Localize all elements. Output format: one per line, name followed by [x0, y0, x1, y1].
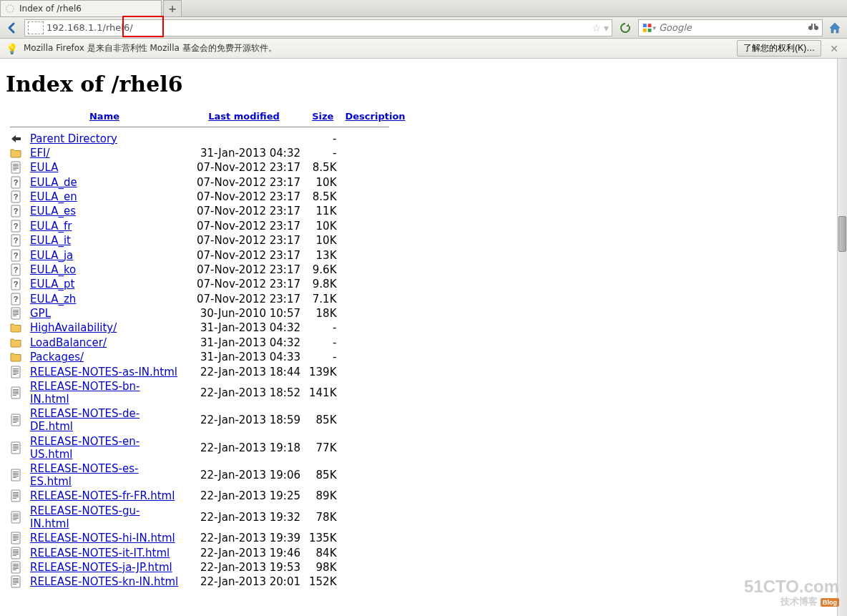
- file-modified: 07-Nov-2012 23:17: [183, 204, 305, 218]
- file-link[interactable]: EULA_it: [30, 234, 71, 247]
- file-size: 84K: [305, 545, 341, 559]
- file-link[interactable]: RELEASE-NOTES-de-DE.html: [30, 407, 139, 433]
- url-history-dropdown-icon[interactable]: ▾: [604, 22, 609, 34]
- file-link[interactable]: RELEASE-NOTES-en-US.html: [30, 435, 139, 461]
- table-row: EULA_de07-Nov-2012 23:1710K: [6, 175, 410, 190]
- file-link[interactable]: EULA_zh: [30, 293, 76, 305]
- table-row: EULA_es07-Nov-2012 23:1711K: [6, 204, 410, 218]
- vertical-scrollbar[interactable]: [837, 59, 847, 616]
- watermark-top: 51CTO.com: [744, 577, 839, 597]
- table-row: RELEASE-NOTES-bn-IN.html22-Jan-2013 18:5…: [6, 379, 410, 406]
- file-link[interactable]: EFI/: [30, 147, 50, 160]
- file-modified: 31-Jan-2013 04:32: [183, 321, 305, 335]
- file-link[interactable]: EULA_es: [30, 205, 76, 217]
- file-link[interactable]: RELEASE-NOTES-fr-FR.html: [30, 489, 175, 502]
- close-infobar-icon[interactable]: ✕: [827, 43, 841, 54]
- file-modified: 22-Jan-2013 19:06: [183, 461, 305, 489]
- file-link[interactable]: EULA_pt: [30, 278, 74, 290]
- reload-button[interactable]: [617, 19, 634, 36]
- file-link[interactable]: Packages/: [30, 351, 84, 363]
- svg-rect-20: [814, 24, 816, 26]
- file-size: 152K: [305, 575, 341, 589]
- watermark-bottom: 技术博客Blog: [744, 595, 839, 608]
- col-name[interactable]: Name: [89, 111, 119, 122]
- search-bar[interactable]: ▾: [638, 19, 823, 36]
- file-size: 89K: [305, 489, 341, 503]
- file-size: 8.5K: [305, 160, 341, 175]
- know-your-rights-button[interactable]: 了解您的权利(K)…: [737, 40, 821, 57]
- file-link[interactable]: RELEASE-NOTES-bn-IN.html: [30, 380, 139, 406]
- file-modified: 07-Nov-2012 23:17: [183, 277, 305, 291]
- file-modified: 31-Jan-2013 04:32: [183, 336, 305, 350]
- bookmark-star-icon[interactable]: ☆: [592, 22, 601, 34]
- col-modified[interactable]: Last modified: [208, 111, 280, 122]
- search-engine-icon[interactable]: ▾: [642, 22, 656, 34]
- file-size: 10K: [305, 175, 341, 190]
- svg-rect-13: [643, 24, 647, 27]
- table-row: EULA_ko07-Nov-2012 23:179.6K: [6, 263, 410, 277]
- infobar-message: Mozilla Firefox 是来自非营利性 Mozilla 基金会的免费开源…: [24, 42, 277, 54]
- file-size: 77K: [305, 434, 341, 461]
- table-row: RELEASE-NOTES-as-IN.html22-Jan-2013 18:4…: [6, 364, 410, 378]
- home-button[interactable]: [827, 20, 843, 36]
- svg-rect-19: [811, 24, 813, 26]
- file-link[interactable]: Parent Directory: [30, 132, 117, 145]
- search-input[interactable]: [659, 22, 805, 33]
- page-content: Index of /rhel6 Name Last modified Size …: [0, 59, 837, 616]
- file-link[interactable]: HighAvailability/: [30, 321, 117, 334]
- col-size[interactable]: Size: [312, 111, 333, 122]
- back-icon: [10, 132, 21, 145]
- file-size: 10K: [305, 219, 341, 233]
- table-row: RELEASE-NOTES-kn-IN.html22-Jan-2013 20:0…: [6, 575, 410, 589]
- col-desc[interactable]: Description: [345, 111, 405, 122]
- scrollbar-thumb[interactable]: [838, 216, 846, 252]
- file-link[interactable]: RELEASE-NOTES-ja-JP.html: [30, 561, 172, 574]
- table-row: EULA_it07-Nov-2012 23:1710K: [6, 233, 410, 248]
- unknown-icon: [10, 293, 21, 305]
- url-bar[interactable]: ☆ ▾: [24, 19, 612, 36]
- file-link[interactable]: EULA: [30, 161, 58, 174]
- file-link[interactable]: EULA_ja: [30, 249, 73, 262]
- table-row: LoadBalancer/31-Jan-2013 04:32-: [6, 336, 410, 350]
- text-icon: [10, 366, 21, 378]
- file-link[interactable]: RELEASE-NOTES-kn-IN.html: [30, 575, 178, 588]
- identity-icon[interactable]: [28, 21, 44, 34]
- file-link[interactable]: RELEASE-NOTES-gu-IN.html: [30, 504, 139, 530]
- file-link[interactable]: EULA_fr: [30, 220, 72, 233]
- text-icon: [10, 414, 21, 426]
- nav-bar: ☆ ▾ ▾: [0, 17, 847, 39]
- file-modified: 07-Nov-2012 23:17: [183, 219, 305, 233]
- search-go-icon[interactable]: [808, 22, 819, 33]
- file-link[interactable]: EULA_ko: [30, 263, 76, 276]
- file-link[interactable]: EULA_de: [30, 176, 77, 189]
- table-row: Packages/31-Jan-2013 04:33-: [6, 350, 410, 364]
- table-row: EULA_ja07-Nov-2012 23:1713K: [6, 248, 410, 262]
- text-icon: [10, 532, 21, 544]
- file-link[interactable]: RELEASE-NOTES-es-ES.html: [30, 462, 138, 488]
- file-size: 85K: [305, 461, 341, 489]
- table-row: RELEASE-NOTES-it-IT.html22-Jan-2013 19:4…: [6, 545, 410, 559]
- browser-tab[interactable]: Index of /rhel6: [0, 0, 162, 16]
- file-size: 18K: [305, 306, 341, 321]
- file-modified: [183, 131, 305, 145]
- file-link[interactable]: LoadBalancer/: [30, 336, 107, 349]
- lightbulb-icon: 💡: [6, 43, 18, 54]
- file-size: 10K: [305, 233, 341, 248]
- new-tab-button[interactable]: +: [163, 0, 182, 16]
- url-input[interactable]: [46, 22, 589, 33]
- file-size: 85K: [305, 406, 341, 434]
- table-row: EULA_zh07-Nov-2012 23:177.1K: [6, 292, 410, 306]
- file-link[interactable]: GPL: [30, 307, 51, 320]
- file-link[interactable]: RELEASE-NOTES-it-IT.html: [30, 547, 170, 559]
- file-link[interactable]: RELEASE-NOTES-hi-IN.html: [30, 532, 175, 544]
- table-row: GPL30-Jun-2010 10:5718K: [6, 306, 410, 321]
- table-row: RELEASE-NOTES-es-ES.html22-Jan-2013 19:0…: [6, 461, 410, 489]
- unknown-icon: [10, 234, 21, 247]
- file-link[interactable]: EULA_en: [30, 190, 77, 203]
- file-link[interactable]: RELEASE-NOTES-as-IN.html: [30, 366, 177, 378]
- file-modified: 22-Jan-2013 18:52: [183, 379, 305, 406]
- unknown-icon: [10, 176, 21, 189]
- svg-rect-16: [648, 28, 652, 31]
- back-button[interactable]: [4, 20, 20, 36]
- text-icon: [10, 307, 21, 320]
